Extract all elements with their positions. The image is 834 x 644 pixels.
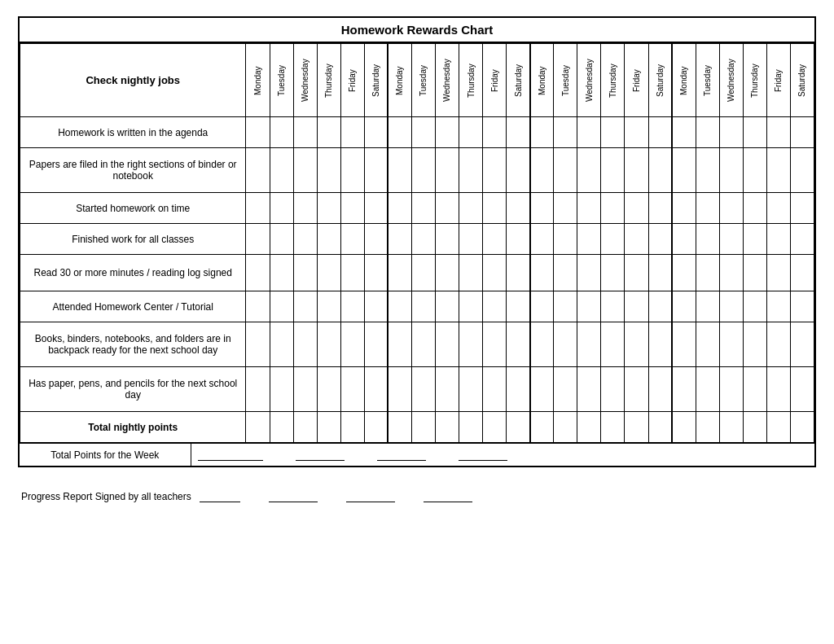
data-cell-w1-d5[interactable] — [340, 322, 364, 367]
data-cell-w1-d6[interactable] — [364, 291, 388, 322]
data-cell-w1-d2[interactable] — [270, 148, 293, 193]
data-cell-w4-d6[interactable] — [790, 193, 814, 224]
data-cell-w1-d2[interactable] — [270, 255, 293, 291]
data-cell-w1-d1[interactable] — [246, 412, 270, 443]
data-cell-w3-d4[interactable] — [601, 255, 625, 291]
data-cell-w1-d2[interactable] — [270, 291, 293, 322]
data-cell-w1-d3[interactable] — [293, 224, 317, 255]
data-cell-w3-d3[interactable] — [577, 148, 601, 193]
data-cell-w2-d1[interactable] — [388, 255, 411, 291]
data-cell-w2-d4[interactable] — [459, 322, 483, 367]
data-cell-w4-d1[interactable] — [672, 117, 696, 148]
data-cell-w1-d1[interactable] — [246, 148, 270, 193]
data-cell-w4-d6[interactable] — [790, 224, 814, 255]
data-cell-w1-d3[interactable] — [293, 367, 317, 412]
data-cell-w2-d4[interactable] — [459, 117, 483, 148]
data-cell-w3-d3[interactable] — [577, 291, 601, 322]
data-cell-w3-d1[interactable] — [530, 148, 554, 193]
data-cell-w1-d5[interactable] — [340, 193, 364, 224]
data-cell-w1-d6[interactable] — [364, 367, 388, 412]
data-cell-w3-d4[interactable] — [601, 322, 625, 367]
data-cell-w2-d6[interactable] — [507, 224, 530, 255]
data-cell-w4-d5[interactable] — [766, 412, 790, 443]
data-cell-w1-d2[interactable] — [270, 117, 293, 148]
data-cell-w1-d4[interactable] — [317, 291, 340, 322]
data-cell-w2-d2[interactable] — [411, 412, 435, 443]
data-cell-w2-d2[interactable] — [411, 148, 435, 193]
data-cell-w3-d4[interactable] — [601, 117, 625, 148]
data-cell-w2-d1[interactable] — [388, 412, 411, 443]
data-cell-w2-d1[interactable] — [388, 148, 411, 193]
data-cell-w1-d1[interactable] — [246, 117, 270, 148]
data-cell-w3-d1[interactable] — [530, 117, 554, 148]
data-cell-w3-d4[interactable] — [601, 193, 625, 224]
data-cell-w3-d5[interactable] — [625, 322, 648, 367]
data-cell-w3-d2[interactable] — [554, 367, 577, 412]
data-cell-w4-d5[interactable] — [766, 148, 790, 193]
data-cell-w1-d1[interactable] — [246, 322, 270, 367]
data-cell-w3-d6[interactable] — [648, 148, 672, 193]
data-cell-w3-d3[interactable] — [577, 193, 601, 224]
data-cell-w4-d4[interactable] — [743, 117, 766, 148]
data-cell-w1-d1[interactable] — [246, 193, 270, 224]
data-cell-w3-d5[interactable] — [625, 224, 648, 255]
data-cell-w2-d3[interactable] — [435, 412, 459, 443]
data-cell-w3-d3[interactable] — [577, 322, 601, 367]
data-cell-w2-d2[interactable] — [411, 367, 435, 412]
data-cell-w3-d2[interactable] — [554, 412, 577, 443]
data-cell-w1-d3[interactable] — [293, 291, 317, 322]
data-cell-w3-d1[interactable] — [530, 193, 554, 224]
data-cell-w4-d3[interactable] — [719, 193, 743, 224]
data-cell-w3-d1[interactable] — [530, 322, 554, 367]
data-cell-w3-d4[interactable] — [601, 224, 625, 255]
data-cell-w2-d2[interactable] — [411, 117, 435, 148]
data-cell-w3-d4[interactable] — [601, 148, 625, 193]
data-cell-w4-d2[interactable] — [696, 291, 719, 322]
data-cell-w1-d2[interactable] — [270, 322, 293, 367]
data-cell-w1-d1[interactable] — [246, 291, 270, 322]
data-cell-w2-d4[interactable] — [459, 412, 483, 443]
data-cell-w4-d1[interactable] — [672, 224, 696, 255]
data-cell-w1-d4[interactable] — [317, 148, 340, 193]
data-cell-w4-d3[interactable] — [719, 255, 743, 291]
data-cell-w1-d2[interactable] — [270, 193, 293, 224]
data-cell-w2-d3[interactable] — [435, 224, 459, 255]
data-cell-w2-d5[interactable] — [483, 322, 507, 367]
data-cell-w1-d4[interactable] — [317, 412, 340, 443]
data-cell-w4-d1[interactable] — [672, 322, 696, 367]
data-cell-w4-d4[interactable] — [743, 322, 766, 367]
data-cell-w2-d5[interactable] — [483, 148, 507, 193]
data-cell-w3-d5[interactable] — [625, 117, 648, 148]
data-cell-w4-d5[interactable] — [766, 117, 790, 148]
data-cell-w4-d2[interactable] — [696, 224, 719, 255]
data-cell-w3-d4[interactable] — [601, 367, 625, 412]
data-cell-w1-d3[interactable] — [293, 255, 317, 291]
data-cell-w1-d6[interactable] — [364, 148, 388, 193]
data-cell-w4-d6[interactable] — [790, 148, 814, 193]
data-cell-w3-d6[interactable] — [648, 412, 672, 443]
data-cell-w2-d4[interactable] — [459, 224, 483, 255]
data-cell-w1-d6[interactable] — [364, 224, 388, 255]
data-cell-w4-d4[interactable] — [743, 224, 766, 255]
data-cell-w1-d3[interactable] — [293, 322, 317, 367]
data-cell-w4-d5[interactable] — [766, 255, 790, 291]
data-cell-w1-d4[interactable] — [317, 367, 340, 412]
data-cell-w3-d1[interactable] — [530, 224, 554, 255]
data-cell-w4-d1[interactable] — [672, 412, 696, 443]
data-cell-w2-d3[interactable] — [435, 367, 459, 412]
data-cell-w3-d2[interactable] — [554, 148, 577, 193]
data-cell-w2-d5[interactable] — [483, 193, 507, 224]
data-cell-w1-d3[interactable] — [293, 117, 317, 148]
data-cell-w2-d6[interactable] — [507, 255, 530, 291]
data-cell-w1-d2[interactable] — [270, 367, 293, 412]
data-cell-w3-d4[interactable] — [601, 291, 625, 322]
data-cell-w3-d6[interactable] — [648, 224, 672, 255]
data-cell-w4-d3[interactable] — [719, 412, 743, 443]
data-cell-w1-d5[interactable] — [340, 255, 364, 291]
data-cell-w2-d3[interactable] — [435, 117, 459, 148]
data-cell-w2-d2[interactable] — [411, 291, 435, 322]
data-cell-w2-d3[interactable] — [435, 322, 459, 367]
data-cell-w1-d4[interactable] — [317, 322, 340, 367]
data-cell-w4-d4[interactable] — [743, 367, 766, 412]
data-cell-w4-d1[interactable] — [672, 255, 696, 291]
